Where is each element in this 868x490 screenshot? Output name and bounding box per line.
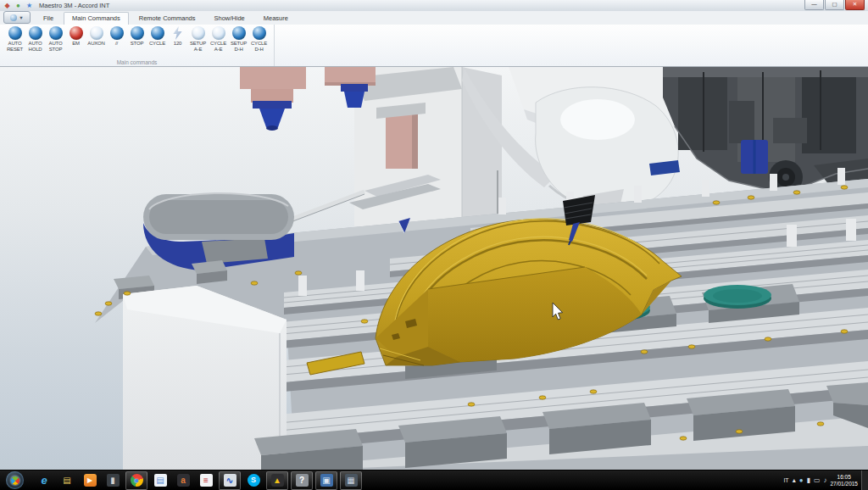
- machine-3d-scene: [0, 67, 868, 471]
- ribbon-tab[interactable]: Show/Hide: [205, 12, 253, 25]
- command-sphere-icon: [131, 26, 144, 40]
- clock-time: 16:05: [837, 474, 851, 481]
- start-button[interactable]: [6, 471, 24, 489]
- title-bar: ◆●★ Maestro 3M - Accord INT —▢✕: [0, 0, 868, 12]
- window-app-icon[interactable]: ▣: [315, 471, 337, 490]
- app-menu-orb-icon: [10, 14, 17, 21]
- help-icon[interactable]: ?: [291, 471, 313, 490]
- ribbon-tab[interactable]: Remote Commands: [131, 12, 204, 25]
- favorites-star-icon[interactable]: ★: [25, 2, 34, 10]
- ribbon-command-button[interactable]: CYCLE D-H: [249, 26, 269, 52]
- maximize-button[interactable]: ▢: [825, 0, 844, 10]
- minimize-button[interactable]: —: [804, 0, 824, 10]
- chevron-down-icon: ▼: [19, 15, 23, 20]
- notepad-icon[interactable]: ▤: [150, 472, 170, 489]
- command-sphere-icon: [8, 26, 22, 40]
- main-commands-buttons: AUTO RESET AUTO HOLD AUTO STOP: [5, 26, 269, 52]
- command-sphere-icon: [29, 26, 42, 40]
- ribbon-tab-row: ▼ File Main Commands Remote Commands Sho…: [0, 11, 868, 25]
- ribbon-command-button[interactable]: CYCLE: [147, 26, 167, 52]
- command-sphere-icon: [232, 26, 246, 40]
- 3d-viewport[interactable]: [0, 66, 868, 471]
- internet-explorer-icon[interactable]: e: [34, 472, 54, 489]
- ribbon-group-main-commands: AUTO RESET AUTO HOLD AUTO STOP: [0, 25, 275, 66]
- chrome-icon[interactable]: ●: [125, 471, 147, 490]
- ribbon-group-label: Main commands: [0, 59, 274, 65]
- ribbon-command-button[interactable]: AUTO STOP: [46, 26, 65, 52]
- show-hidden-icons-icon[interactable]: ▴: [793, 476, 796, 485]
- network-icon[interactable]: ▭: [814, 476, 821, 485]
- system-tray: IT ▴ ● ▮ ▭ ♪: [783, 476, 826, 485]
- skype-icon[interactable]: S: [243, 472, 264, 489]
- ribbon-command-button[interactable]: EM: [66, 26, 86, 52]
- language-indicator[interactable]: IT: [783, 476, 788, 485]
- show-desktop-button[interactable]: [861, 471, 868, 490]
- application-window: ◆●★ Maestro 3M - Accord INT —▢✕ ▼ File M…: [0, 0, 868, 490]
- quick-access-toolbar: ◆●★: [3, 2, 34, 10]
- volume-icon[interactable]: ♪: [823, 476, 826, 485]
- ribbon-tabs: File Main Commands Remote Commands Show/…: [35, 11, 298, 25]
- taskbar: e ▤ ▶ ▮ ● ▤: [0, 470, 868, 490]
- command-sphere-icon: [171, 26, 185, 40]
- media-player-icon[interactable]: ▶: [80, 472, 100, 489]
- ribbon-command-button[interactable]: 120: [168, 26, 187, 52]
- window-controls: —▢✕: [804, 0, 865, 10]
- battery-icon[interactable]: ▮: [806, 476, 810, 485]
- close-button[interactable]: ✕: [845, 0, 865, 10]
- status-green-icon[interactable]: ●: [14, 2, 23, 10]
- camera-app-icon[interactable]: ▮: [103, 472, 123, 489]
- ribbon-command-button[interactable]: AUXON: [86, 26, 106, 52]
- photo-viewer-icon[interactable]: ▦: [340, 471, 362, 490]
- cad-app-icon[interactable]: ∿: [219, 471, 241, 490]
- command-sphere-icon: [70, 26, 83, 40]
- command-sphere-icon: [90, 26, 103, 40]
- ribbon-tab[interactable]: Measure: [255, 12, 297, 25]
- file-explorer-icon[interactable]: ▤: [57, 472, 77, 489]
- ribbon-tab[interactable]: Main Commands: [64, 12, 129, 25]
- application-menu-button[interactable]: ▼: [3, 11, 31, 24]
- command-sphere-icon: [151, 26, 164, 40]
- app-icon[interactable]: ◆: [3, 2, 12, 10]
- app-a-icon[interactable]: a: [173, 472, 193, 489]
- taskbar-icons: e ▤ ▶ ▮ ● ▤: [34, 471, 362, 490]
- aggregate-unit: [649, 67, 868, 201]
- ribbon-command-button[interactable]: SETUP A-E: [188, 26, 208, 52]
- ribbon-command-button[interactable]: SETUP D-H: [229, 26, 248, 52]
- ribbon-command-button[interactable]: //: [107, 26, 126, 52]
- documents-icon[interactable]: ≡: [196, 472, 216, 489]
- ribbon-command-button[interactable]: CYCLE A-E: [209, 26, 228, 52]
- ribbon-tab[interactable]: File: [35, 12, 62, 25]
- ribbon: AUTO RESET AUTO HOLD AUTO STOP: [0, 25, 868, 67]
- bed-end-cap: [143, 193, 294, 270]
- command-sphere-icon: [212, 26, 225, 40]
- command-sphere-icon: [110, 26, 124, 40]
- ribbon-command-button[interactable]: AUTO RESET: [5, 26, 25, 52]
- windows-flag-icon: [8, 474, 20, 486]
- ribbon-command-button[interactable]: STOP: [127, 26, 147, 52]
- maestro-hardhat-icon[interactable]: ▲: [266, 471, 288, 490]
- command-sphere-icon: [49, 26, 63, 40]
- command-sphere-icon: [253, 26, 266, 40]
- command-sphere-icon: [192, 26, 205, 40]
- ribbon-command-button[interactable]: AUTO HOLD: [25, 26, 45, 52]
- clock-date: 27/01/2015: [830, 481, 858, 487]
- window-title: Maestro 3M - Accord INT: [39, 2, 109, 9]
- taskbar-clock[interactable]: 16:05 27/01/2015: [830, 474, 858, 487]
- drive-icon[interactable]: ●: [799, 476, 804, 485]
